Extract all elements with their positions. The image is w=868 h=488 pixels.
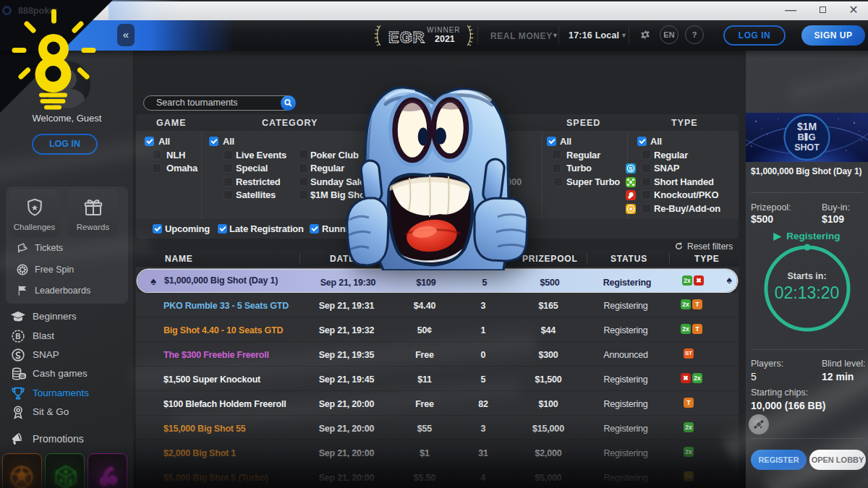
svg-text:S: S [629,166,633,172]
svg-text:SHOT: SHOT [794,142,820,153]
svg-text:$1M: $1M [797,121,817,132]
svg-text:WINNER: WINNER [427,26,461,34]
svg-text:EGR: EGR [388,28,425,46]
svg-text:2021: 2021 [435,34,455,44]
svg-text:B: B [15,333,20,341]
